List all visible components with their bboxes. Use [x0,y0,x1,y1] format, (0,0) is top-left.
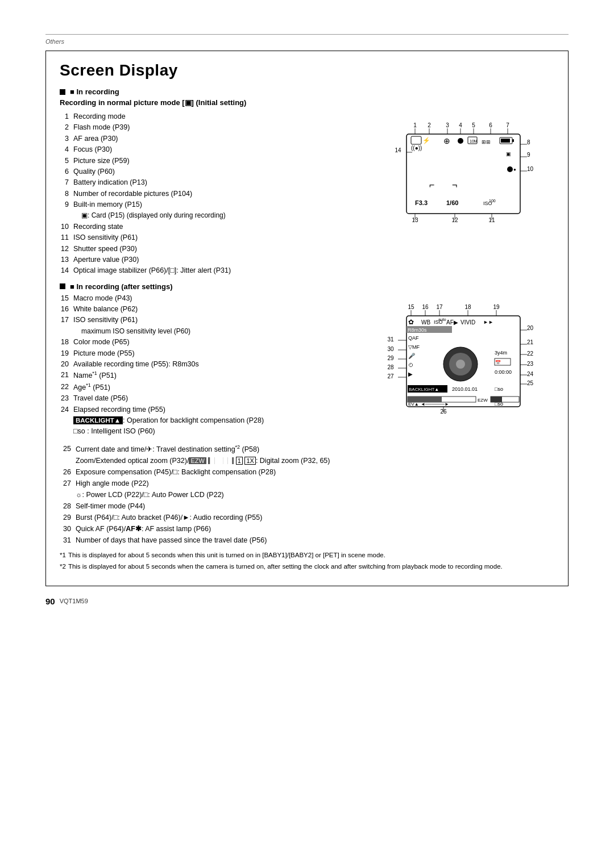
list-item: 26 Exposure compensation (P45)/□: Backli… [60,466,554,478]
svg-text:🎤: 🎤 [408,352,416,360]
list-item: ☼: Power LCD (P22)/□: Auto Power LCD (P2… [60,489,554,500]
svg-rect-31 [512,139,514,142]
svg-text:14: 14 [395,147,401,153]
page-title: Screen Display [60,61,554,80]
svg-text:▶: ▶ [408,371,413,377]
svg-text:24: 24 [527,371,534,377]
in-recording-after-header: ■ In recording (after settings) [60,282,554,291]
diagram-2: 15 16 17 18 19 ✿ WB [372,299,543,429]
list-item: 31 Number of days that have passed since… [60,535,554,546]
svg-text:✿: ✿ [408,318,414,326]
diagram-col-2: 15 16 17 18 19 ✿ WB [372,293,554,437]
svg-text:7: 7 [506,122,509,128]
list-item: 5Picture size (P59) [60,156,361,166]
list-item: 22Age*1 (P51) [60,382,361,394]
svg-text:20: 20 [527,325,534,331]
backlight-highlight: BACKLIGHT▲ [73,416,123,424]
svg-text:F3.3: F3.3 [415,199,428,206]
list-item: 2Flash mode (P39) [60,122,361,133]
svg-text:►►: ►► [483,319,493,325]
svg-point-26 [458,138,463,144]
list-item: 9Built-in memory (P15)▣: Card (P15) (dis… [60,199,361,222]
main-section: Screen Display ■ In recording Recording … [45,51,569,586]
diagram-svg-2: 15 16 17 18 19 ✿ WB [372,299,543,429]
svg-text:⊞⊞: ⊞⊞ [482,139,491,145]
in-recording-header: ■ In recording [60,87,554,96]
list-item: 25 Current date and time/✈: Travel desti… [60,443,554,455]
list-item: 20Available recording time (P55): R8m30s [60,359,361,370]
diagram-svg-1: 1 2 3 4 5 6 7 [372,117,543,248]
list-item: 8Number of recordable pictures (P104) [60,189,361,199]
svg-text:28: 28 [387,364,394,370]
list-item: 30 Quick AF (P64)/AF✱: AF assist lamp (P… [60,523,554,535]
full-width-items: 25 Current date and time/✈: Travel desti… [60,443,554,546]
svg-text:5: 5 [472,122,475,128]
svg-text:25: 25 [527,380,534,386]
list-item: 13Aperture value (P30) [60,254,361,265]
footnote-1: *1 This is displayed for about 5 seconds… [60,550,554,561]
after-settings-list-col: 15Macro mode (P43) 16White balance (P62)… [60,293,361,437]
list-item: 16White balance (P62) [60,304,361,315]
svg-text:AF▶: AF▶ [446,319,458,326]
list-item: 21Name*1 (P51) [60,370,361,382]
square-icon-2 [60,283,65,289]
svg-text:1: 1 [413,122,417,128]
svg-text:15: 15 [408,304,414,310]
top-rule [45,34,569,35]
svg-text:⚡: ⚡ [422,136,430,144]
svg-text:¬: ¬ [452,180,457,190]
footnote-2: *2 This is displayed for about 5 seconds… [60,562,554,572]
after-settings-content-area: 15Macro mode (P43) 16White balance (P62)… [60,293,554,437]
list-item: 3AF area (P30) [60,133,361,144]
svg-text:auto: auto [438,318,446,322]
svg-text:2: 2 [428,122,431,128]
page: Others Screen Display ■ In recording Rec… [0,0,614,868]
svg-text:⊕: ⊕ [443,136,450,145]
svg-text:▽MF: ▽MF [408,344,420,350]
list-item: BACKLIGHT▲: Operation for backlight comp… [60,415,361,426]
list-item: 27 High angle mode (P22) [60,478,554,489]
list-item: 18Color mode (P65) [60,337,361,348]
svg-text:0:00:00: 0:00:00 [495,369,512,375]
list-item: □so : Intelligent ISO (P60) [60,426,361,437]
list-item: 6Quality (P60) [60,166,361,177]
svg-text:30: 30 [387,346,394,352]
recording-content-area: 1Recording mode 2Flash mode (P39) 3AF ar… [60,111,554,277]
svg-text:▣: ▣ [506,151,511,157]
svg-text:29: 29 [387,355,394,361]
svg-text:●: ● [513,167,516,172]
recording-list-col: 1Recording mode 2Flash mode (P39) 3AF ar… [60,111,361,277]
list-item: 1Recording mode [60,111,361,122]
list-item: 12Shutter speed (P30) [60,244,361,254]
svg-text:8: 8 [527,139,530,145]
svg-point-98 [456,360,465,369]
svg-rect-32 [501,139,510,143]
svg-text:📅: 📅 [495,360,501,365]
recording-item-list: 1Recording mode 2Flash mode (P39) 3AF ar… [60,111,361,277]
svg-rect-23 [411,136,421,144]
svg-text:3: 3 [446,122,449,128]
svg-text:((●)): ((●)) [411,145,422,151]
svg-text:4: 4 [459,122,462,128]
svg-text:EZW: EZW [478,398,488,403]
list-item: 23Travel date (P56) [60,393,361,404]
svg-text:⏲: ⏲ [408,362,414,368]
recording-normal-subheader: Recording in normal picture mode [▣] (In… [60,98,554,107]
list-item: 10Recording state [60,222,361,232]
square-icon [60,89,65,95]
list-item: 7Battery indication (P13) [60,177,361,188]
svg-text:100: 100 [489,199,496,203]
svg-text:VIVID: VIVID [460,319,475,326]
footnotes: *1 This is displayed for about 5 seconds… [60,550,554,572]
page-code: VQT1M59 [60,598,88,604]
svg-text:◄──────►: ◄──────► [421,402,449,407]
svg-text:27: 27 [387,373,394,379]
section-label: Others [45,38,569,45]
diagram-col-1: 1 2 3 4 5 6 7 [372,111,554,277]
list-item: 14Optical image stabilizer (P66)/[□]: Ji… [60,265,361,276]
svg-text:16: 16 [422,304,429,310]
svg-text:□so: □so [495,401,503,407]
list-item: Zoom/Extended optical zoom (P32)/EZW ███… [60,455,554,466]
list-item: 24Elapsed recording time (P55) [60,404,361,415]
after-item-list: 15Macro mode (P43) 16White balance (P62)… [60,293,361,437]
